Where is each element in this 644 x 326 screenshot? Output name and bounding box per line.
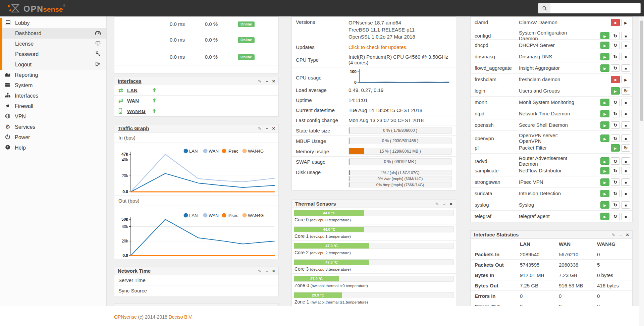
restart-service-button[interactable]: ↻ (611, 99, 620, 106)
restart-service-button[interactable]: ↻ (611, 134, 620, 142)
start-service-button[interactable]: ▶ (600, 201, 609, 209)
sidebar-item-system[interactable]: System (0, 80, 106, 91)
play-icon: ▶ (603, 191, 606, 196)
start-service-button[interactable]: ▶ (600, 110, 609, 117)
start-service-button[interactable]: ▶ (600, 53, 609, 60)
widget-title-thermal-sensors[interactable]: Thermal Sensors (295, 201, 336, 207)
stop-service-button[interactable]: ■ (621, 178, 630, 186)
stop-service-button[interactable]: ■ (621, 134, 630, 142)
stop-service-button[interactable]: ■ (621, 157, 630, 165)
stop-service-button[interactable]: ■ (621, 32, 630, 39)
start-service-button[interactable]: ▶ (621, 76, 630, 83)
stop-service-button[interactable]: ■ (611, 76, 620, 83)
start-service-button[interactable]: ▶ (600, 42, 609, 49)
stop-service-button[interactable]: ■ (621, 64, 630, 72)
sidebar-item-power[interactable]: Power (0, 132, 106, 143)
stop-service-button[interactable]: ■ (621, 121, 630, 129)
restart-service-button[interactable]: ↻ (611, 64, 620, 72)
footer-opnsense-link[interactable]: OPNsense (114, 314, 137, 320)
start-service-button[interactable]: ▶ (600, 64, 609, 72)
pencil-icon[interactable]: ✎ (435, 201, 439, 207)
minus-icon[interactable]: − (266, 125, 268, 131)
pencil-icon[interactable]: ✎ (258, 125, 262, 131)
sidebar-item-vpn[interactable]: VPN (0, 111, 106, 122)
sidebar-item-label: Interfaces (15, 93, 38, 99)
close-icon[interactable]: × (272, 78, 275, 84)
restart-service-button[interactable]: ↻ (611, 110, 620, 117)
vertical-scrollbar[interactable] (639, 16, 644, 326)
restart-service-button[interactable]: ↻ (611, 167, 620, 174)
stop-service-button[interactable]: ■ (621, 201, 630, 209)
svg-text:50k: 50k (121, 217, 128, 222)
sidebar-item-license[interactable]: License (2, 39, 106, 49)
widget-title-interface-statistics[interactable]: Interface Statistics (474, 232, 519, 237)
restart-service-button[interactable]: ↻ (611, 32, 620, 39)
start-service-button[interactable]: ▶ (600, 121, 609, 129)
svg-text:0.0: 0.0 (122, 253, 128, 258)
sidebar-item-lobby[interactable]: Lobby (2, 18, 106, 28)
restart-service-button[interactable]: ↻ (611, 53, 620, 60)
restart-service-button[interactable]: ↻ (611, 157, 620, 165)
app-logo[interactable]: OPNsense® (7, 3, 65, 14)
stop-service-button[interactable]: ■ (621, 110, 630, 117)
start-service-button[interactable]: ▶ (600, 190, 609, 197)
search-icon[interactable] (538, 3, 550, 13)
sidebar-item-logout[interactable]: Logout (2, 59, 106, 70)
search-input[interactable] (550, 3, 641, 13)
restart-service-button[interactable]: ↻ (611, 178, 620, 186)
start-service-button[interactable]: ▶ (600, 157, 609, 165)
start-service-button[interactable]: ▶ (600, 167, 609, 174)
restart-service-button[interactable]: ↻ (621, 87, 630, 95)
start-service-button[interactable]: ▶ (611, 144, 620, 152)
start-service-button[interactable]: ▶ (611, 87, 620, 95)
close-icon[interactable]: × (449, 201, 452, 207)
start-service-button[interactable]: ▶ (600, 178, 609, 186)
start-service-button[interactable]: ▶ (600, 213, 609, 220)
widget-title-network-time[interactable]: Network Time (118, 268, 151, 274)
check-updates-link[interactable]: Click to check for updates. (348, 44, 452, 50)
interface-link[interactable]: WAN4G (127, 108, 152, 114)
restart-service-button[interactable]: ↻ (611, 201, 620, 209)
stop-service-button[interactable]: ■ (621, 99, 630, 106)
sidebar-item-interfaces[interactable]: Interfaces (0, 91, 106, 101)
start-service-button[interactable]: ▶ (600, 32, 609, 39)
sidebar-item-password[interactable]: Password (2, 49, 106, 59)
widget-title-traffic-graph[interactable]: Traffic Graph (118, 125, 149, 131)
sidebar-item-dashboard[interactable]: Dashboard (2, 28, 106, 39)
close-icon[interactable]: × (272, 125, 275, 131)
close-icon[interactable]: × (626, 232, 629, 237)
minus-icon[interactable]: − (266, 78, 268, 84)
restart-service-button[interactable]: ↻ (611, 190, 620, 197)
footer-deciso-link[interactable]: Deciso B.V. (169, 314, 193, 320)
start-service-button[interactable]: ▶ (621, 19, 630, 26)
sidebar-item-help[interactable]: ?Help (0, 143, 106, 153)
start-service-button[interactable]: ▶ (600, 134, 609, 142)
stop-service-button[interactable]: ■ (611, 19, 620, 26)
scrollbar-thumb[interactable] (640, 20, 643, 121)
stop-service-button[interactable]: ■ (621, 190, 630, 197)
minus-icon[interactable]: − (266, 268, 268, 274)
pencil-icon[interactable]: ✎ (612, 232, 615, 237)
stop-service-button[interactable]: ■ (621, 42, 630, 49)
pencil-icon[interactable]: ✎ (258, 268, 262, 274)
pencil-icon[interactable]: ✎ (258, 78, 262, 84)
minus-icon[interactable]: − (620, 232, 622, 237)
restart-service-button[interactable]: ↻ (611, 42, 620, 49)
restart-service-button[interactable]: ↻ (611, 121, 620, 129)
sidebar-item-services[interactable]: ⚙Services (0, 122, 106, 132)
interface-link[interactable]: LAN (127, 88, 152, 93)
sidebar-item-reporting[interactable]: Reporting (0, 70, 106, 80)
close-icon[interactable]: × (272, 268, 275, 274)
interface-link[interactable]: WAN (127, 98, 152, 104)
stop-service-button[interactable]: ■ (621, 167, 630, 174)
stop-service-button[interactable]: ■ (621, 53, 630, 60)
sidebar-item-firewall[interactable]: Firewall (0, 101, 106, 111)
ifstats-row-label: Bytes In (475, 272, 520, 278)
restart-service-button[interactable]: ↻ (621, 144, 630, 152)
minus-icon[interactable]: − (443, 201, 446, 207)
restart-service-button[interactable]: ↻ (611, 213, 620, 220)
widget-title-interfaces[interactable]: Interfaces (118, 78, 142, 84)
start-service-button[interactable]: ▶ (600, 99, 609, 106)
ifstats-value: 7.23 GB (559, 272, 597, 278)
stop-service-button[interactable]: ■ (621, 213, 630, 220)
